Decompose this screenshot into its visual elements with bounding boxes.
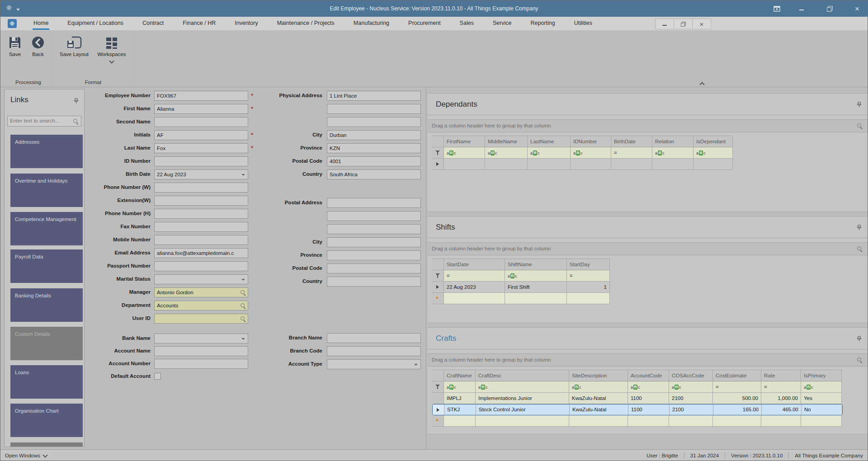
- new-cell-cosacccode[interactable]: [669, 415, 713, 427]
- filter-cell-startdate[interactable]: =: [444, 270, 505, 282]
- grid-row-stkj[interactable]: STKJStock Control JuniorKwaZulu-Natal110…: [432, 404, 843, 415]
- column-header-isdependant[interactable]: IsDependant: [693, 136, 733, 147]
- column-header-cosacccode[interactable]: COSAccCode: [669, 370, 713, 381]
- new-cell-accountcode[interactable]: [628, 415, 669, 427]
- column-header-shiftname[interactable]: ShiftName: [505, 259, 567, 270]
- dropdown-arrow-icon[interactable]: [241, 338, 245, 340]
- mobile-number-field[interactable]: [154, 235, 248, 245]
- column-header-sitedescription[interactable]: SiteDescription: [569, 370, 628, 381]
- country-field[interactable]: South Africa: [327, 169, 421, 179]
- grid-row-implj[interactable]: IMPLJImplementations JuniorKwaZulu-Natal…: [432, 393, 843, 404]
- filter-cell-idnumber[interactable]: aBc: [571, 147, 611, 159]
- dropdown-arrow-icon[interactable]: [241, 279, 245, 281]
- pin-icon[interactable]: [857, 101, 862, 109]
- postal-address-field[interactable]: [327, 198, 421, 208]
- filter-cell-startday[interactable]: =: [567, 270, 610, 282]
- new-cell-rate[interactable]: [761, 415, 801, 427]
- employee-number-field[interactable]: FOX967: [154, 91, 248, 101]
- dropdown-arrow-icon[interactable]: [414, 364, 418, 366]
- column-header-startday[interactable]: StartDay: [567, 259, 610, 270]
- country-field[interactable]: [327, 277, 421, 287]
- open-windows-button[interactable]: Open Windows: [5, 450, 47, 461]
- column-header-rate[interactable]: Rate: [761, 370, 801, 381]
- user-id-field[interactable]: [154, 314, 248, 324]
- filter-cell-birthdate[interactable]: =: [611, 147, 652, 159]
- email-address-field[interactable]: alianna.fox@attexampledomain.c: [154, 248, 248, 258]
- new-cell-shiftname[interactable]: [505, 293, 567, 304]
- filter-cell-cosacccode[interactable]: aBc: [669, 381, 713, 393]
- column-header-birthdate[interactable]: BirthDate: [611, 136, 652, 147]
- address-line-field[interactable]: [327, 211, 421, 221]
- search-icon[interactable]: [857, 246, 863, 252]
- column-header-craftdesc[interactable]: CraftDesc: [476, 370, 569, 381]
- filter-cell-craftname[interactable]: aBc: [444, 381, 476, 393]
- marital-status-field[interactable]: [154, 274, 248, 284]
- filter-cell-craftdesc[interactable]: aBc: [476, 381, 569, 393]
- city-field[interactable]: Durban: [327, 130, 421, 140]
- address-line-field[interactable]: [327, 104, 421, 114]
- filter-cell-sitedescription[interactable]: aBc: [569, 381, 628, 393]
- branch-code-field[interactable]: [327, 346, 421, 356]
- account-type-field[interactable]: [327, 359, 421, 369]
- lookup-search-icon[interactable]: [240, 316, 246, 322]
- filter-cell-firstname[interactable]: aBc: [444, 147, 485, 159]
- id-number-field[interactable]: [154, 156, 248, 166]
- new-cell-startday[interactable]: [567, 293, 610, 304]
- group-by-bar[interactable]: Drag a column header here to group by th…: [428, 353, 868, 367]
- column-header-middlename[interactable]: MiddleName: [485, 136, 528, 147]
- province-field[interactable]: KZN: [327, 143, 421, 153]
- lookup-search-icon[interactable]: [240, 290, 246, 296]
- column-header-accountcode[interactable]: AccountCode: [628, 370, 669, 381]
- phone-number-h-field[interactable]: [154, 209, 248, 219]
- filter-cell-rate[interactable]: =: [761, 381, 801, 393]
- search-icon[interactable]: [857, 357, 863, 363]
- account-name-field[interactable]: [154, 346, 248, 356]
- column-header-costestimate[interactable]: CostEstimate: [713, 370, 761, 381]
- search-icon[interactable]: [857, 123, 863, 129]
- pin-icon[interactable]: [857, 224, 862, 232]
- column-header-lastname[interactable]: LastName: [528, 136, 571, 147]
- first-name-field[interactable]: Alianna: [154, 104, 248, 114]
- postal-code-field[interactable]: 4001: [327, 156, 421, 166]
- column-header-firstname[interactable]: FirstName: [444, 136, 485, 147]
- phone-number-w-field[interactable]: [154, 183, 248, 193]
- last-name-field[interactable]: Fox: [154, 143, 248, 153]
- filter-cell-relation[interactable]: aBc: [652, 147, 693, 159]
- postal-code-field[interactable]: [327, 263, 421, 273]
- manager-field[interactable]: Antonio Gordon: [154, 287, 248, 297]
- initials-field[interactable]: AF: [154, 130, 248, 140]
- extension-w-field[interactable]: [154, 196, 248, 206]
- province-field[interactable]: [327, 250, 421, 260]
- new-cell-isprimary[interactable]: [801, 415, 842, 427]
- physical-address-field[interactable]: 1 Lint Place: [327, 91, 421, 101]
- new-cell-craftdesc[interactable]: [476, 415, 569, 427]
- filter-cell-accountcode[interactable]: aBc: [628, 381, 669, 393]
- group-by-bar[interactable]: Drag a column header here to group by th…: [428, 119, 868, 132]
- lookup-search-icon[interactable]: [240, 303, 246, 309]
- grid-new-row[interactable]: *: [432, 415, 843, 427]
- account-number-field[interactable]: [154, 359, 248, 369]
- pin-icon[interactable]: [857, 335, 862, 343]
- group-by-bar[interactable]: Drag a column header here to group by th…: [428, 242, 868, 255]
- address-line-field[interactable]: [327, 117, 421, 127]
- passport-number-field[interactable]: [154, 261, 248, 271]
- birth-date-field[interactable]: 22 Aug 2023: [154, 169, 248, 179]
- grid-row-22-aug-2023[interactable]: 22 Aug 2023First Shift1: [432, 282, 610, 293]
- column-header-craftname[interactable]: CraftName: [444, 370, 476, 381]
- new-cell-startdate[interactable]: [444, 293, 505, 304]
- filter-cell-isprimary[interactable]: aBc: [801, 381, 842, 393]
- grid-empty-row[interactable]: [432, 159, 733, 170]
- department-field[interactable]: Accounts: [154, 301, 248, 310]
- address-line-field[interactable]: [327, 224, 421, 234]
- new-cell-costestimate[interactable]: [713, 415, 761, 427]
- column-header-startdate[interactable]: StartDate: [444, 259, 505, 270]
- column-header-isprimary[interactable]: IsPrimary: [801, 370, 842, 381]
- filter-cell-lastname[interactable]: aBc: [528, 147, 571, 159]
- bank-name-field[interactable]: [154, 334, 248, 343]
- filter-cell-isdependant[interactable]: aBc: [693, 147, 733, 159]
- default-account-checkbox[interactable]: [154, 373, 161, 380]
- new-cell-craftname[interactable]: [444, 415, 476, 427]
- column-header-relation[interactable]: Relation: [652, 136, 693, 147]
- fax-number-field[interactable]: [154, 222, 248, 232]
- filter-cell-shiftname[interactable]: aBc: [505, 270, 567, 282]
